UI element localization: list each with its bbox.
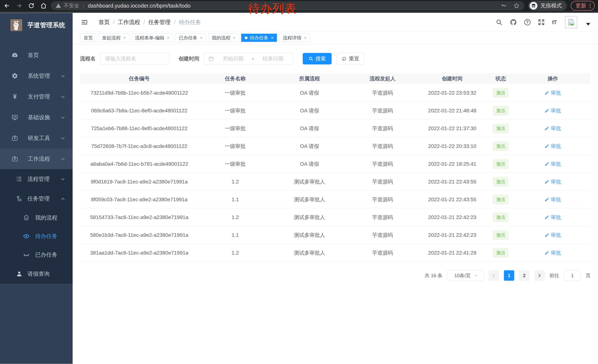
approve-link[interactable]: 审批 <box>544 89 561 97</box>
fullscreen-icon[interactable] <box>538 19 545 25</box>
close-icon[interactable]: × <box>233 35 235 40</box>
sidebar-item-todo-tasks[interactable]: 待办任务 <box>0 227 73 245</box>
column-header: 任务编号 <box>80 75 199 82</box>
tab[interactable]: 流程表单-编辑 × <box>132 34 173 42</box>
breadcrumb-task-mgmt[interactable]: 任务管理 <box>148 18 171 26</box>
sidebar-item-label: 支付管理 <box>28 93 62 101</box>
chevron-down-icon <box>61 74 65 77</box>
close-icon[interactable]: × <box>123 35 126 40</box>
close-icon[interactable]: × <box>167 35 169 40</box>
key-icon[interactable] <box>501 3 507 9</box>
next-page-button[interactable] <box>534 270 545 281</box>
sidebar-item-leave-query[interactable]: 请假查询 <box>0 264 73 284</box>
browser-back-icon[interactable] <box>3 2 10 9</box>
breadcrumb-workflow[interactable]: 工作流程 <box>118 18 140 26</box>
browser-update-button[interactable]: 更新 <box>571 1 595 11</box>
process-cell: OA 请假 <box>272 89 347 97</box>
approve-link[interactable]: 审批 <box>544 232 561 239</box>
tab[interactable]: 已办任务 × <box>175 34 206 42</box>
table-row: 381aa1dd-7ac8-11ec-a9e2-a2380e71991a 1.2… <box>80 244 590 262</box>
tab[interactable]: 首页 <box>80 34 96 42</box>
approve-link[interactable]: 审批 <box>544 214 561 221</box>
action-cell: 审批 <box>515 89 590 97</box>
github-icon[interactable] <box>510 19 517 26</box>
app-logo-row[interactable]: 芋道管理系统 <box>0 13 73 35</box>
created-time-cell: 2022-01-22 20:33:10 <box>418 143 486 149</box>
sidebar-item-system[interactable]: 系统管理 <box>0 65 73 86</box>
task-name-cell: 1.2 <box>199 179 272 185</box>
approve-link[interactable]: 审批 <box>544 161 561 168</box>
gear-icon <box>11 73 19 79</box>
browser-home-icon[interactable] <box>40 2 47 9</box>
close-icon[interactable]: × <box>200 35 202 40</box>
tab[interactable]: 流程详情 × <box>279 34 310 42</box>
breadcrumb-home[interactable]: 首页 <box>99 18 110 26</box>
browser-forward-icon[interactable] <box>16 2 23 9</box>
sidebar-item-my-process[interactable]: 我的流程 <box>0 209 73 227</box>
sidebar-item-done-tasks[interactable]: 已办任务 <box>0 245 73 264</box>
column-header: 状态 <box>486 75 515 82</box>
search-button[interactable]: 搜索 <box>303 53 332 65</box>
security-warning-icon[interactable] <box>56 3 61 8</box>
app-title: 芋道管理系统 <box>27 21 65 29</box>
created-time-cell: 2022-01-22 21:48:48 <box>418 108 486 114</box>
sidebar-item-task-mgmt[interactable]: 任务管理 <box>0 189 73 209</box>
chevron-down-icon <box>61 177 65 180</box>
approve-link[interactable]: 审批 <box>544 196 561 203</box>
column-header: 操作 <box>515 75 590 82</box>
approve-link[interactable]: 审批 <box>544 249 561 256</box>
process-name-label: 流程名 <box>80 55 96 62</box>
task-id-cell: 73211d9d-7b9b-11ec-b5b7-acde48001122 <box>80 90 199 96</box>
goto-page-input[interactable] <box>564 270 581 281</box>
chevron-up-icon <box>61 158 65 161</box>
page-button-1[interactable]: 1 <box>504 270 514 281</box>
help-icon[interactable]: ? <box>524 19 531 25</box>
status-badge: 激活 <box>493 249 508 257</box>
approve-link[interactable]: 审批 <box>544 143 561 150</box>
date-range-picker[interactable]: 开始日期 - 结束日期 <box>204 53 293 65</box>
task-id-cell: a6aba0a4-7b6d-11ec-b781-acde48001122 <box>80 161 199 167</box>
table-row: 8f059c03-7ac8-11ec-a9e2-a2380e71991a 1.1… <box>80 191 590 209</box>
task-name-cell: 一级审批 <box>199 125 272 132</box>
font-size-icon[interactable]: tT <box>552 19 556 25</box>
process-name-input[interactable] <box>100 53 169 65</box>
process-cell: OA 请假 <box>272 107 347 114</box>
avatar[interactable] <box>565 16 577 28</box>
status-badge: 激活 <box>493 142 508 151</box>
approve-link[interactable]: 审批 <box>544 125 561 132</box>
sidebar-item-payment[interactable]: ¥ 支付管理 <box>0 86 73 107</box>
tab[interactable]: 我的流程 × <box>208 34 239 42</box>
search-icon[interactable] <box>496 19 502 25</box>
page-button-2[interactable]: 2 <box>519 270 530 281</box>
table-row: 725a1eb6-7b88-11ec-8ef0-acde48001122 一级审… <box>80 120 590 138</box>
approve-link[interactable]: 审批 <box>544 107 561 114</box>
tab[interactable]: 待办任务 × <box>241 34 277 42</box>
prev-page-button[interactable] <box>489 270 499 281</box>
reset-button[interactable]: 重置 <box>336 53 365 65</box>
page-unit-label: 页 <box>586 272 590 279</box>
created-time-cell: 2022-01-22 18:25:41 <box>418 161 486 167</box>
robot-icon <box>22 215 30 221</box>
sidebar-item-infra[interactable]: 基础设施 <box>0 107 73 128</box>
browser-reload-icon[interactable] <box>28 2 35 9</box>
tab[interactable]: 发起流程 × <box>99 34 129 42</box>
page-size-select[interactable]: 10条/页 <box>447 270 484 281</box>
tree-icon <box>15 195 23 202</box>
tags-view: 首页 发起流程 × 流程表单-编辑 × 已办任务 × 我的流程 × 待办任务 ×… <box>73 32 598 44</box>
sidebar-item-workflow[interactable]: 工作流程 <box>0 148 73 169</box>
approve-link[interactable]: 审批 <box>544 178 561 185</box>
bookmark-star-icon[interactable] <box>513 3 520 9</box>
sidebar-item-process-mgmt[interactable]: 流程管理 <box>0 169 73 189</box>
filter-row: 流程名 创建时间 开始日期 - 结束日期 搜索 <box>80 53 590 65</box>
close-icon[interactable]: × <box>271 35 274 40</box>
sidebar-item-home[interactable]: 首页 <box>0 45 73 65</box>
action-cell: 审批 <box>515 249 590 256</box>
close-icon[interactable]: × <box>304 35 307 40</box>
browser-menu-icon[interactable] <box>590 4 590 8</box>
task-name-cell: 1.1 <box>199 232 272 238</box>
sidebar-collapse-icon[interactable] <box>81 18 88 26</box>
breadcrumb: 首页 / 工作流程 / 任务管理 / 待办任务 <box>99 18 201 26</box>
table-row: 73211d9d-7b9b-11ec-b5b7-acde48001122 一级审… <box>80 84 590 102</box>
avatar-caret-icon[interactable] <box>586 23 590 25</box>
sidebar-item-devtools[interactable]: 研发工具 <box>0 128 73 148</box>
